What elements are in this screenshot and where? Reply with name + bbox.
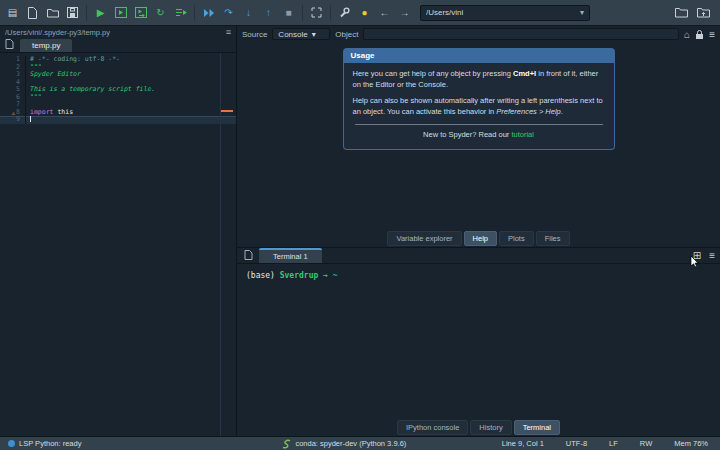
line-number[interactable]: 4 — [0, 79, 26, 87]
conda-icon — [281, 439, 291, 449]
source-combobox[interactable]: Console ▾ — [272, 28, 330, 40]
toolbar-separator — [302, 5, 303, 21]
forward-icon[interactable]: → — [398, 5, 411, 21]
editor-tabbar: temp.py — [0, 38, 236, 53]
tutorial-link[interactable]: tutorial — [511, 130, 534, 139]
text-caret — [30, 116, 31, 122]
cursor-position: Line 9, Col 1 — [502, 439, 544, 448]
line-number[interactable]: 6 — [0, 94, 26, 102]
new-file-icon[interactable] — [26, 5, 39, 21]
line-number[interactable]: 1 — [0, 56, 26, 64]
editor-file-path: /Users/vini/.spyder-py3/temp.py — [5, 28, 110, 37]
usage-title: Usage — [343, 48, 615, 63]
object-input[interactable] — [363, 28, 679, 40]
usage-body: Here you can get help of any object by p… — [343, 63, 615, 150]
toolbar-separator — [86, 5, 87, 21]
tab-history[interactable]: History — [470, 420, 511, 435]
permissions-status: RW — [640, 439, 652, 448]
workspace: /Users/vini/.spyder-py3/temp.py ≡ temp.p… — [0, 26, 720, 436]
chevron-down-icon: ▾ — [312, 30, 316, 39]
line-number[interactable]: 7 — [0, 101, 26, 109]
line-number[interactable]: 3 — [0, 71, 26, 79]
line-number[interactable]: 5 — [0, 86, 26, 94]
right-column: Source Console ▾ Object ⌂ ≡ Usage — [237, 26, 720, 436]
terminal-tab-1[interactable]: Terminal 1 — [259, 248, 322, 263]
line-number[interactable]: ⚠ 8 — [0, 109, 26, 117]
preferences-wrench-icon[interactable] — [338, 5, 351, 21]
tab-ipython-console[interactable]: IPython console — [397, 420, 468, 435]
lock-icon[interactable] — [695, 29, 704, 40]
editor-tab-temp-py[interactable]: temp.py — [20, 39, 72, 52]
tab-terminal[interactable]: Terminal — [514, 420, 560, 435]
code-line[interactable]: 3 Spyder Editor — [0, 71, 236, 79]
back-icon[interactable]: ← — [378, 5, 391, 21]
browse-tabs-icon[interactable] — [242, 247, 255, 263]
code-token: """ — [30, 93, 42, 101]
code-editor[interactable]: 1 # -*- coding: utf-8 -*- 2 """ 3 Spyder… — [0, 53, 236, 436]
tab-files[interactable]: Files — [536, 231, 570, 246]
debug-step-out-icon[interactable]: ↑ — [262, 5, 275, 21]
browse-tabs-icon[interactable] — [3, 36, 16, 52]
usage-box: Usage Here you can get help of any objec… — [343, 48, 615, 150]
toolbar-right-group — [675, 5, 714, 21]
help-options-menu-icon[interactable]: ≡ — [709, 29, 715, 40]
console-pane-tabs: IPython console History Terminal — [237, 418, 720, 436]
tab-help[interactable]: Help — [464, 231, 497, 246]
toolbar-separator — [330, 5, 331, 21]
source-label: Source — [242, 30, 267, 39]
lsp-status-text: LSP Python: ready — [19, 439, 81, 448]
status-right-group: Line 9, Col 1 UTF-8 LF RW Mem 76% — [502, 439, 712, 448]
encoding-status: UTF-8 — [566, 439, 587, 448]
lsp-status-icon — [8, 440, 15, 447]
debug-step-into-icon[interactable]: ↓ — [242, 5, 255, 21]
line-number[interactable]: 2 — [0, 64, 26, 72]
code-line[interactable]: 6 """ — [0, 94, 236, 102]
debug-continue-icon[interactable] — [202, 5, 215, 21]
main-menu-icon[interactable]: ▤ — [6, 5, 19, 21]
warning-icon: ⚠ — [11, 109, 15, 117]
open-file-icon[interactable] — [46, 5, 59, 21]
stop-icon[interactable]: ■ — [282, 5, 295, 21]
debug-step-icon[interactable]: ↷ — [222, 5, 235, 21]
tab-plots[interactable]: Plots — [499, 231, 534, 246]
maximize-pane-icon[interactable] — [310, 5, 323, 21]
run-cell-icon[interactable] — [114, 5, 127, 21]
chevron-down-icon[interactable]: ▾ — [580, 8, 584, 17]
preferences-help-ref: Preferences > Help — [496, 107, 560, 116]
editor-options-menu-icon[interactable]: ≡ — [226, 27, 231, 37]
memory-status: Mem 76% — [674, 439, 708, 448]
run-cell-advance-icon[interactable] — [134, 5, 147, 21]
code-token: this — [53, 108, 73, 116]
save-icon[interactable] — [66, 5, 79, 21]
usage-footer: New to Spyder? Read our tutorial — [353, 130, 605, 143]
terminal-options-menu-icon[interactable]: ≡ — [709, 250, 715, 261]
cell-marker — [221, 110, 233, 112]
code-line-current[interactable]: 9 — [0, 116, 236, 124]
rerun-cell-icon[interactable]: ↻ — [154, 5, 167, 21]
code-line[interactable]: ⚠ 8 import this — [0, 109, 236, 117]
line-number[interactable]: 9 — [0, 116, 26, 124]
terminal-output[interactable]: (base) Sverdrup → ~ — [237, 264, 720, 418]
conda-status[interactable]: conda: spyder-dev (Python 3.9.6) — [281, 439, 406, 449]
run-icon[interactable]: ▶ — [94, 5, 107, 21]
working-directory-combobox[interactable]: /Users/vini ▾ — [420, 5, 590, 21]
browse-directory-icon[interactable] — [675, 5, 688, 21]
editor-path-row: /Users/vini/.spyder-py3/temp.py ≡ — [0, 26, 236, 38]
conda-status-text: conda: spyder-dev (Python 3.9.6) — [295, 439, 406, 448]
home-icon[interactable]: ⌂ — [684, 29, 690, 40]
cmd-i-shortcut: Cmd+I — [513, 69, 536, 78]
usage-paragraph-1: Here you can get help of any object by p… — [353, 69, 605, 90]
help-pane: Source Console ▾ Object ⌂ ≡ Usage — [237, 26, 720, 248]
code-token: # -*- coding: utf-8 -*- — [30, 55, 120, 63]
help-content: Usage Here you can get help of any objec… — [237, 42, 720, 229]
run-selection-icon[interactable] — [174, 5, 187, 21]
prompt-path: ~ — [333, 271, 338, 280]
lsp-status: LSP Python: ready — [8, 439, 81, 448]
object-label: Object — [335, 30, 358, 39]
python-env-icon[interactable]: ● — [358, 5, 371, 21]
code-token: import — [30, 108, 53, 116]
tab-variable-explorer[interactable]: Variable explorer — [387, 231, 461, 246]
spyder-window: ▤ ▶ ↻ ↷ ↓ ↑ ■ — [0, 0, 720, 450]
parent-directory-icon[interactable] — [697, 5, 710, 21]
eol-status: LF — [609, 439, 618, 448]
